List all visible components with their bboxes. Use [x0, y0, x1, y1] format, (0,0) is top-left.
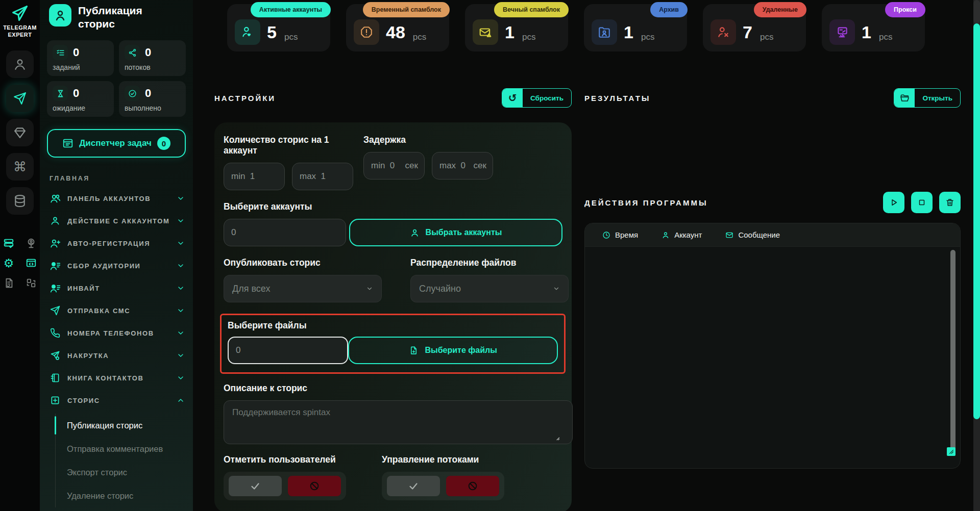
task-manager-button[interactable]: Диспетчер задач 0 — [47, 129, 186, 158]
nav-item-phone-numbers[interactable]: НОМЕРА ТЕЛЕФОНОВ — [40, 322, 193, 344]
select-files-button[interactable]: Выберите файлы — [348, 337, 558, 364]
nav-item-audience-collection[interactable]: СБОР АУДИТОРИИ — [40, 254, 193, 277]
chevron-down-icon — [177, 284, 185, 292]
stat-badge: Прокси — [885, 2, 925, 17]
task-list-icon — [53, 45, 68, 60]
mail-warning-icon — [473, 19, 498, 45]
select-accounts-button[interactable]: Выбрать аккаунты — [349, 219, 562, 246]
rail-sending-button[interactable] — [6, 85, 34, 112]
files-count-input[interactable] — [228, 337, 348, 364]
submenu-item-send-comments[interactable]: Отправка комментариев — [56, 437, 193, 461]
page-scrollbar-thumb[interactable] — [973, 23, 980, 419]
log-scrollbar-thumb[interactable] — [950, 250, 955, 452]
submenu-item-export-stories[interactable]: Экспорт сторис — [56, 461, 193, 484]
swap-icon[interactable] — [25, 277, 37, 289]
log-controls — [883, 192, 961, 213]
highlight-annotation: Выберите файлы Выберите файлы — [220, 314, 566, 374]
description-textarea[interactable] — [224, 400, 573, 444]
rail-commands-button[interactable]: ⌘ — [6, 153, 34, 181]
chevron-down-icon — [177, 329, 185, 337]
stop-button[interactable] — [911, 192, 933, 213]
clear-log-button[interactable] — [939, 192, 961, 213]
user-x-icon — [710, 19, 736, 45]
stat-unit: pcs — [522, 32, 535, 45]
counter-done: 0 выполнено — [119, 81, 186, 117]
column-account: Аккаунт — [662, 231, 702, 239]
send-plus-icon — [50, 350, 61, 361]
gear-icon[interactable]: ⚙ — [3, 257, 15, 269]
code-window-icon[interactable] — [25, 257, 37, 269]
deny-segment[interactable] — [288, 476, 341, 496]
check-icon — [250, 480, 261, 492]
server-check-icon[interactable] — [3, 237, 15, 249]
allow-segment[interactable] — [229, 476, 282, 496]
stories-max-input[interactable] — [292, 163, 353, 190]
stat-card-proxy: Прокси 1 pcs — [822, 4, 925, 52]
stat-card-archive: Архив 1 pcs — [584, 4, 687, 52]
nav-item-contact-book[interactable]: КНИГА КОНТАКТОВ — [40, 367, 193, 389]
folder-open-icon — [894, 89, 915, 107]
field-label: Распределение файлов — [410, 258, 569, 268]
submenu-item-delete-stories[interactable]: Удаление сторис — [56, 484, 193, 507]
nav-item-auto-registration[interactable]: АВТО-РЕГИСТРАЦИЯ — [40, 232, 193, 254]
chevron-down-icon — [366, 285, 373, 292]
publish-target-select[interactable]: Для всех — [224, 275, 382, 302]
play-button[interactable] — [883, 192, 904, 213]
stat-card-deleted: Удаленные 7 pcs — [703, 4, 806, 52]
counters: 0 заданий 0 потоков 0 ожидание 0 выполне… — [47, 40, 186, 117]
allow-segment[interactable] — [387, 476, 440, 496]
counter-label: выполнено — [125, 104, 180, 112]
rail-accounts-button[interactable] — [6, 50, 34, 78]
nav-item-accounts-panel[interactable]: ПАНЕЛЬ АККАУНТОВ — [40, 187, 193, 210]
user-icon — [54, 9, 66, 21]
deny-segment[interactable] — [446, 476, 499, 496]
nav-item-stories[interactable]: СТОРИС — [40, 389, 193, 412]
counter-label: потоков — [125, 63, 180, 71]
reset-button[interactable]: ↺ Сбросить — [502, 88, 572, 108]
account-stats: Активные аккаунты 5 pcs Временный спамбл… — [227, 4, 925, 52]
diamond-icon — [13, 126, 27, 139]
document-check-icon[interactable] — [3, 277, 15, 289]
prohibit-icon — [309, 480, 320, 492]
resize-handle-icon[interactable] — [554, 435, 560, 441]
stat-badge: Временный спамблок — [363, 2, 450, 17]
page-header: Публикация сторис — [40, 0, 193, 31]
submenu-item-publish-stories[interactable]: Публикация сторис — [56, 414, 193, 437]
check-icon — [408, 480, 419, 492]
nav-item-label: НАКРУТКА — [67, 352, 109, 360]
chevron-down-icon — [177, 194, 185, 202]
log-resize-handle[interactable] — [947, 447, 955, 456]
accounts-count-input[interactable] — [224, 219, 346, 246]
stat-card-temp-spamblock: Временный спамблок 48 pcs — [346, 4, 449, 52]
stat-badge: Архив — [650, 2, 688, 17]
webcam-user-icon[interactable] — [25, 237, 37, 249]
nav-item-invite[interactable]: ИНВАЙТ — [40, 277, 193, 299]
sidebar: Публикация сторис 0 заданий 0 потоков 0 … — [40, 0, 193, 511]
stories-min-input[interactable] — [224, 163, 285, 190]
nav-item-account-action[interactable]: ДЕЙСТВИЕ С АККАУНТОМ — [40, 210, 193, 232]
nav-item-send-sms[interactable]: ОТПРАВКА СМС — [40, 299, 193, 322]
stat-unit: pcs — [284, 32, 298, 45]
nav-item-boosting[interactable]: НАКРУТКА — [40, 344, 193, 367]
file-distribution-select[interactable]: Случайно — [410, 275, 569, 302]
field-label: Опубликовать сторис — [224, 258, 382, 268]
delay-min-input[interactable]: сек — [363, 152, 425, 180]
check-circle-icon — [125, 86, 140, 101]
stat-unit: pcs — [641, 32, 654, 45]
log-table-header: Время Аккаунт Сообщение — [585, 223, 960, 247]
rail-premium-button[interactable] — [6, 119, 34, 146]
rotate-ccw-icon: ↺ — [502, 89, 523, 107]
task-manager-icon — [62, 138, 74, 149]
book-icon — [50, 373, 61, 383]
column-time: Время — [602, 231, 638, 239]
counter-threads: 0 потоков — [119, 40, 186, 76]
open-results-button[interactable]: Открыть — [894, 88, 961, 108]
user-icon — [662, 231, 670, 239]
users-icon — [50, 193, 61, 204]
mail-icon — [725, 231, 733, 239]
counter-waiting: 0 ожидание — [47, 81, 114, 117]
stop-icon — [917, 198, 926, 207]
page-icon — [49, 4, 71, 27]
rail-database-button[interactable] — [6, 187, 34, 215]
delay-max-input[interactable]: сек — [432, 152, 493, 180]
